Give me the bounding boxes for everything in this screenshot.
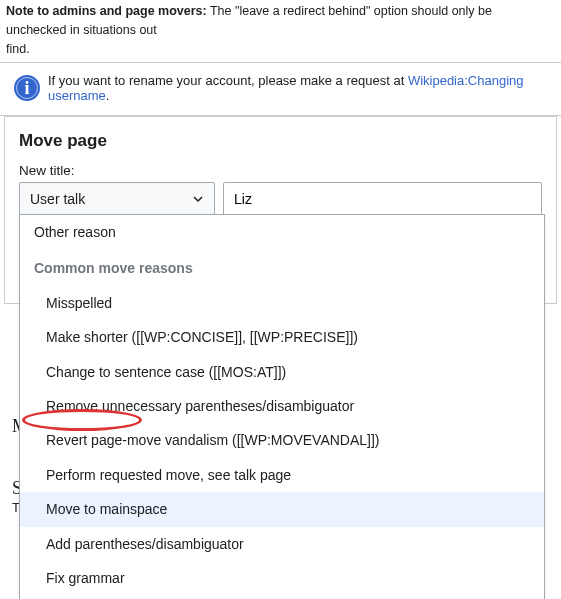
info-icon: i [14, 75, 40, 101]
title-input[interactable] [234, 191, 531, 207]
dropdown-option[interactable]: Change to sentence case ([[MOS:AT]]) [20, 355, 544, 389]
dropdown-option[interactable]: Add parentheses/disambiguator [20, 527, 544, 561]
admin-note: Note to admins and page movers: The "lea… [0, 0, 561, 63]
namespace-value: User talk [30, 191, 85, 207]
info-bar: i If you want to rename your account, pl… [0, 63, 561, 116]
dropdown-option[interactable]: Remove unnecessary parentheses/disambigu… [20, 389, 544, 423]
admin-note-tail: find. [6, 42, 30, 56]
info-text-before: If you want to rename your account, plea… [48, 73, 408, 88]
dropdown-option[interactable]: Move to mainspace [20, 492, 544, 526]
info-period: . [106, 88, 110, 103]
dropdown-option[interactable]: Revert page-move vandalism ([[WP:MOVEVAN… [20, 423, 544, 457]
title-input-wrap[interactable] [223, 182, 542, 216]
panel-heading: Move page [19, 131, 542, 151]
dropdown-option[interactable]: Revert undiscussed move ([[WP:RMUM]]) [20, 595, 544, 599]
dropdown-group-header: Common move reasons [20, 249, 544, 285]
dropdown-option[interactable]: Other reason [20, 215, 544, 249]
dropdown-option[interactable]: Misspelled [20, 286, 544, 320]
info-text: If you want to rename your account, plea… [48, 73, 553, 103]
dropdown-option[interactable]: Fix grammar [20, 561, 544, 595]
new-title-label: New title: [19, 163, 542, 178]
chevron-down-icon [192, 193, 204, 205]
reason-dropdown[interactable]: Other reasonCommon move reasonsMisspelle… [19, 214, 545, 599]
admin-note-bold: Note to admins and page movers: [6, 4, 207, 18]
dropdown-option[interactable]: Perform requested move, see talk page [20, 458, 544, 492]
namespace-select[interactable]: User talk [19, 182, 215, 216]
dropdown-option[interactable]: Make shorter ([[WP:CONCISE]], [[WP:PRECI… [20, 320, 544, 354]
